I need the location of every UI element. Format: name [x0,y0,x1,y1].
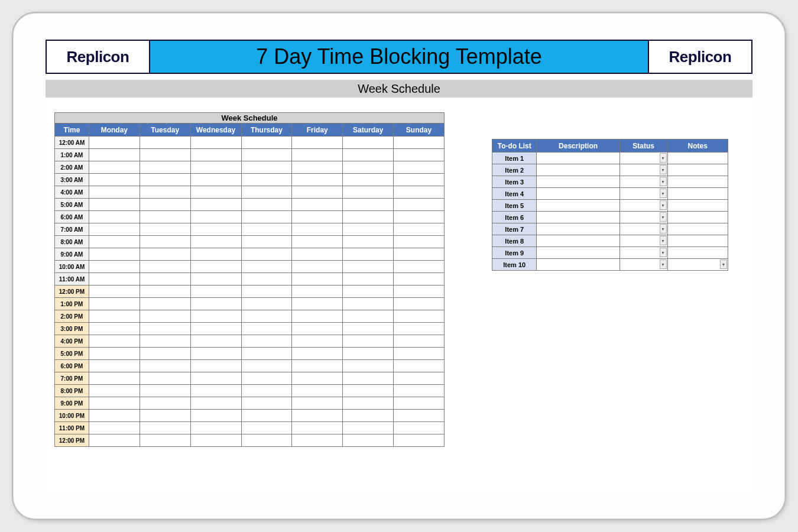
schedule-cell[interactable] [89,223,140,236]
schedule-cell[interactable] [190,410,241,422]
schedule-cell[interactable] [89,434,140,447]
schedule-cell[interactable] [241,397,292,410]
schedule-cell[interactable] [394,161,445,174]
schedule-cell[interactable] [394,149,445,161]
schedule-cell[interactable] [394,335,445,348]
schedule-cell[interactable] [89,211,140,223]
schedule-cell[interactable] [140,385,190,397]
todo-status-cell[interactable]: ▼ [619,235,667,247]
schedule-cell[interactable] [140,372,190,385]
dropdown-arrow-icon[interactable]: ▼ [660,177,667,186]
schedule-cell[interactable] [343,434,394,447]
schedule-cell[interactable] [394,410,445,422]
schedule-cell[interactable] [89,199,140,211]
schedule-cell[interactable] [140,348,190,360]
todo-description-cell[interactable] [537,212,619,223]
schedule-cell[interactable] [394,385,445,397]
schedule-cell[interactable] [140,422,190,434]
todo-status-cell[interactable]: ▼ [619,164,667,176]
schedule-cell[interactable] [394,174,445,186]
schedule-cell[interactable] [343,248,394,261]
schedule-cell[interactable] [292,298,343,310]
schedule-cell[interactable] [292,174,343,186]
schedule-cell[interactable] [241,261,292,273]
schedule-cell[interactable] [241,335,292,348]
schedule-cell[interactable] [241,310,292,323]
schedule-cell[interactable] [140,360,190,372]
schedule-cell[interactable] [241,434,292,447]
schedule-cell[interactable] [140,286,190,298]
schedule-cell[interactable] [190,223,241,236]
schedule-cell[interactable] [292,385,343,397]
schedule-cell[interactable] [241,174,292,186]
schedule-cell[interactable] [241,385,292,397]
schedule-cell[interactable] [394,360,445,372]
todo-notes-cell[interactable] [667,235,728,247]
schedule-cell[interactable] [241,348,292,360]
schedule-cell[interactable] [89,385,140,397]
schedule-cell[interactable] [190,372,241,385]
schedule-cell[interactable] [394,236,445,248]
schedule-cell[interactable] [343,174,394,186]
schedule-cell[interactable] [394,137,445,149]
todo-description-cell[interactable] [537,247,619,259]
schedule-cell[interactable] [140,149,190,161]
todo-status-cell[interactable]: ▼ [619,200,667,212]
schedule-cell[interactable] [292,335,343,348]
schedule-cell[interactable] [343,161,394,174]
schedule-cell[interactable] [394,211,445,223]
schedule-cell[interactable] [343,236,394,248]
schedule-cell[interactable] [343,410,394,422]
schedule-cell[interactable] [241,199,292,211]
dropdown-arrow-icon[interactable]: ▼ [660,212,667,222]
schedule-cell[interactable] [292,273,343,286]
schedule-cell[interactable] [292,372,343,385]
schedule-cell[interactable] [343,298,394,310]
schedule-cell[interactable] [89,161,140,174]
schedule-cell[interactable] [89,186,140,199]
schedule-cell[interactable] [241,211,292,223]
todo-status-cell[interactable]: ▼ [619,247,667,259]
todo-description-cell[interactable] [537,153,619,164]
schedule-cell[interactable] [190,422,241,434]
schedule-cell[interactable] [292,261,343,273]
schedule-cell[interactable] [89,273,140,286]
schedule-cell[interactable] [343,397,394,410]
schedule-cell[interactable] [140,199,190,211]
schedule-cell[interactable] [241,273,292,286]
schedule-cell[interactable] [190,161,241,174]
schedule-cell[interactable] [241,236,292,248]
dropdown-arrow-icon[interactable]: ▼ [720,259,727,269]
schedule-cell[interactable] [190,434,241,447]
schedule-cell[interactable] [394,310,445,323]
schedule-cell[interactable] [241,286,292,298]
todo-description-cell[interactable] [537,176,619,188]
schedule-cell[interactable] [190,348,241,360]
schedule-cell[interactable] [241,137,292,149]
todo-description-cell[interactable] [537,188,619,200]
dropdown-arrow-icon[interactable]: ▼ [660,189,667,198]
schedule-cell[interactable] [140,186,190,199]
todo-description-cell[interactable] [537,164,619,176]
schedule-cell[interactable] [89,422,140,434]
schedule-cell[interactable] [292,161,343,174]
schedule-cell[interactable] [241,323,292,335]
schedule-cell[interactable] [292,348,343,360]
schedule-cell[interactable] [140,298,190,310]
schedule-cell[interactable] [343,372,394,385]
schedule-cell[interactable] [343,211,394,223]
schedule-cell[interactable] [89,323,140,335]
schedule-cell[interactable] [140,261,190,273]
schedule-cell[interactable] [343,137,394,149]
todo-description-cell[interactable] [537,223,619,235]
schedule-cell[interactable] [89,149,140,161]
schedule-cell[interactable] [292,223,343,236]
schedule-cell[interactable] [292,397,343,410]
schedule-cell[interactable] [89,360,140,372]
schedule-cell[interactable] [140,273,190,286]
schedule-cell[interactable] [343,286,394,298]
schedule-cell[interactable] [190,248,241,261]
schedule-cell[interactable] [292,310,343,323]
schedule-cell[interactable] [190,310,241,323]
todo-description-cell[interactable] [537,259,619,271]
